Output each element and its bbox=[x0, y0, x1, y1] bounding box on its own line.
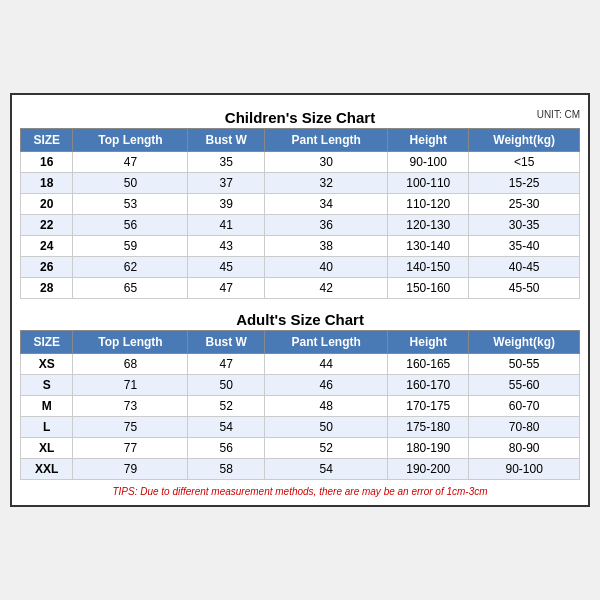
table-cell: 68 bbox=[73, 354, 188, 375]
table-cell: 50 bbox=[73, 173, 188, 194]
table-cell: 90-100 bbox=[469, 459, 580, 480]
table-cell: 26 bbox=[21, 257, 73, 278]
table-cell: 25-30 bbox=[469, 194, 580, 215]
table-cell: 54 bbox=[188, 417, 265, 438]
table-cell: 52 bbox=[265, 438, 388, 459]
table-cell: 28 bbox=[21, 278, 73, 299]
children-header-cell: Weight(kg) bbox=[469, 129, 580, 152]
table-row: 20533934110-12025-30 bbox=[21, 194, 580, 215]
table-cell: 54 bbox=[265, 459, 388, 480]
adult-header-row: SIZETop LengthBust WPant LengthHeightWei… bbox=[21, 331, 580, 354]
table-cell: 130-140 bbox=[388, 236, 469, 257]
table-row: 28654742150-16045-50 bbox=[21, 278, 580, 299]
table-row: XL775652180-19080-90 bbox=[21, 438, 580, 459]
table-cell: XL bbox=[21, 438, 73, 459]
table-cell: 150-160 bbox=[388, 278, 469, 299]
table-cell: 18 bbox=[21, 173, 73, 194]
table-cell: 30 bbox=[265, 152, 388, 173]
table-cell: 43 bbox=[188, 236, 265, 257]
table-cell: 36 bbox=[265, 215, 388, 236]
table-cell: 65 bbox=[73, 278, 188, 299]
table-cell: 45-50 bbox=[469, 278, 580, 299]
table-cell: 48 bbox=[265, 396, 388, 417]
table-cell: 59 bbox=[73, 236, 188, 257]
tips-text: TIPS: Due to different measurement metho… bbox=[20, 486, 580, 497]
table-row: XXL795854190-20090-100 bbox=[21, 459, 580, 480]
table-row: 22564136120-13030-35 bbox=[21, 215, 580, 236]
table-cell: 120-130 bbox=[388, 215, 469, 236]
table-cell: 140-150 bbox=[388, 257, 469, 278]
table-row: XS684744160-16550-55 bbox=[21, 354, 580, 375]
children-header-cell: Pant Length bbox=[265, 129, 388, 152]
table-cell: 37 bbox=[188, 173, 265, 194]
table-cell: XS bbox=[21, 354, 73, 375]
adult-header-cell: Bust W bbox=[188, 331, 265, 354]
table-row: M735248170-17560-70 bbox=[21, 396, 580, 417]
table-cell: 170-175 bbox=[388, 396, 469, 417]
table-cell: 20 bbox=[21, 194, 73, 215]
table-cell: S bbox=[21, 375, 73, 396]
table-cell: 41 bbox=[188, 215, 265, 236]
table-cell: 35-40 bbox=[469, 236, 580, 257]
children-header-cell: Height bbox=[388, 129, 469, 152]
table-cell: 40 bbox=[265, 257, 388, 278]
table-cell: 38 bbox=[265, 236, 388, 257]
table-cell: 180-190 bbox=[388, 438, 469, 459]
table-cell: 24 bbox=[21, 236, 73, 257]
children-header-cell: Top Length bbox=[73, 129, 188, 152]
table-cell: 35 bbox=[188, 152, 265, 173]
children-title: Children's Size Chart UNIT: CM bbox=[20, 103, 580, 128]
table-cell: 160-170 bbox=[388, 375, 469, 396]
table-cell: 47 bbox=[188, 278, 265, 299]
table-cell: 50 bbox=[188, 375, 265, 396]
table-cell: 22 bbox=[21, 215, 73, 236]
adult-section: Adult's Size Chart SIZETop LengthBust WP… bbox=[20, 305, 580, 480]
children-table: SIZETop LengthBust WPant LengthHeightWei… bbox=[20, 128, 580, 299]
table-cell: 90-100 bbox=[388, 152, 469, 173]
table-row: 24594338130-14035-40 bbox=[21, 236, 580, 257]
table-row: 18503732100-11015-25 bbox=[21, 173, 580, 194]
table-cell: 15-25 bbox=[469, 173, 580, 194]
children-title-text: Children's Size Chart bbox=[225, 109, 375, 126]
table-cell: 110-120 bbox=[388, 194, 469, 215]
table-row: L755450175-18070-80 bbox=[21, 417, 580, 438]
adult-title: Adult's Size Chart bbox=[20, 305, 580, 330]
table-cell: M bbox=[21, 396, 73, 417]
table-cell: <15 bbox=[469, 152, 580, 173]
adult-header-cell: Top Length bbox=[73, 331, 188, 354]
adult-table: SIZETop LengthBust WPant LengthHeightWei… bbox=[20, 330, 580, 480]
chart-container: Children's Size Chart UNIT: CM SIZETop L… bbox=[10, 93, 590, 507]
table-cell: 55-60 bbox=[469, 375, 580, 396]
table-cell: 40-45 bbox=[469, 257, 580, 278]
adult-title-text: Adult's Size Chart bbox=[236, 311, 364, 328]
table-cell: 52 bbox=[188, 396, 265, 417]
children-header-cell: Bust W bbox=[188, 129, 265, 152]
adult-tbody: XS684744160-16550-55S715046160-17055-60M… bbox=[21, 354, 580, 480]
table-cell: 56 bbox=[73, 215, 188, 236]
table-cell: 56 bbox=[188, 438, 265, 459]
table-cell: 71 bbox=[73, 375, 188, 396]
table-cell: 53 bbox=[73, 194, 188, 215]
adult-header-cell: Height bbox=[388, 331, 469, 354]
table-cell: 47 bbox=[73, 152, 188, 173]
table-cell: 50-55 bbox=[469, 354, 580, 375]
table-cell: 44 bbox=[265, 354, 388, 375]
table-cell: 45 bbox=[188, 257, 265, 278]
table-cell: 77 bbox=[73, 438, 188, 459]
table-cell: 79 bbox=[73, 459, 188, 480]
table-cell: 46 bbox=[265, 375, 388, 396]
table-row: 26624540140-15040-45 bbox=[21, 257, 580, 278]
table-cell: 100-110 bbox=[388, 173, 469, 194]
table-cell: 58 bbox=[188, 459, 265, 480]
adult-header-cell: SIZE bbox=[21, 331, 73, 354]
table-cell: 190-200 bbox=[388, 459, 469, 480]
table-cell: XXL bbox=[21, 459, 73, 480]
table-cell: 60-70 bbox=[469, 396, 580, 417]
children-header-cell: SIZE bbox=[21, 129, 73, 152]
children-header-row: SIZETop LengthBust WPant LengthHeightWei… bbox=[21, 129, 580, 152]
table-cell: 175-180 bbox=[388, 417, 469, 438]
table-cell: 39 bbox=[188, 194, 265, 215]
table-cell: 75 bbox=[73, 417, 188, 438]
table-cell: 62 bbox=[73, 257, 188, 278]
table-cell: 73 bbox=[73, 396, 188, 417]
